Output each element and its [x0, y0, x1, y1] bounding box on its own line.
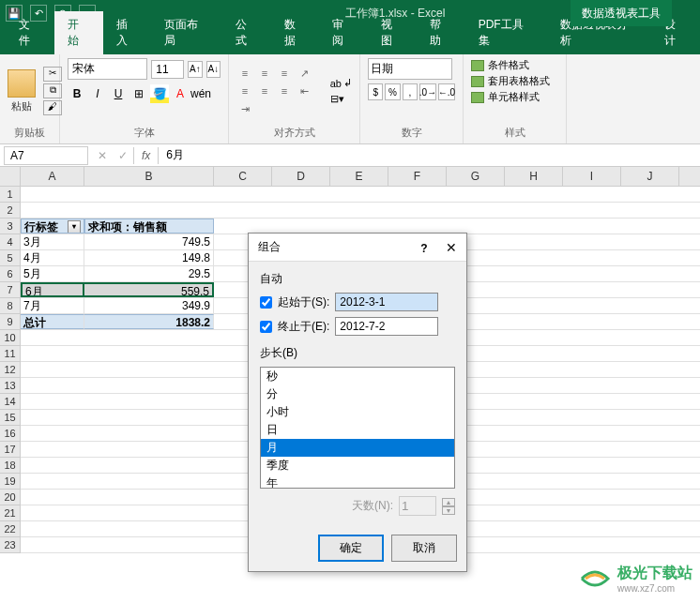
row-header[interactable]: 9	[0, 314, 21, 330]
end-checkbox[interactable]	[260, 321, 272, 333]
col-header[interactable]: C	[214, 167, 272, 186]
tab-review[interactable]: 审阅	[319, 11, 368, 54]
pivot-total-label[interactable]: 总计	[21, 314, 84, 329]
align-center-icon[interactable]: ≡	[256, 83, 273, 98]
comma-format-icon[interactable]: ,	[403, 83, 418, 100]
pivot-total-value[interactable]: 1838.2	[84, 314, 214, 329]
align-middle-icon[interactable]: ≡	[256, 66, 273, 81]
step-listbox[interactable]: 秒 分 小时 日 月 季度 年	[260, 367, 455, 489]
underline-button[interactable]: U	[109, 84, 128, 103]
tab-page-layout[interactable]: 页面布局	[151, 11, 222, 54]
list-item[interactable]: 季度	[261, 457, 454, 475]
name-box[interactable]: A7	[4, 146, 88, 165]
row-header[interactable]: 20	[0, 490, 21, 505]
percent-format-icon[interactable]: %	[385, 83, 400, 100]
decrease-font-icon[interactable]: A↓	[206, 61, 221, 78]
row-header[interactable]: 21	[0, 505, 21, 521]
list-item-selected[interactable]: 月	[261, 439, 454, 457]
row-header[interactable]: 11	[0, 346, 21, 362]
col-header[interactable]: G	[447, 167, 505, 186]
list-item[interactable]: 秒	[261, 368, 454, 385]
formula-input[interactable]: 6月	[159, 145, 700, 165]
list-item[interactable]: 日	[261, 421, 454, 439]
list-item[interactable]: 年	[261, 475, 454, 489]
col-header[interactable]: I	[563, 167, 621, 186]
col-header[interactable]: A	[21, 167, 84, 186]
row-header[interactable]: 8	[0, 298, 21, 314]
row-header[interactable]: 13	[0, 378, 21, 394]
pivot-value[interactable]: 149.8	[84, 250, 214, 265]
wrap-text-button[interactable]: ab↲	[330, 77, 352, 89]
close-icon[interactable]: ✕	[446, 240, 457, 255]
pivot-row-label[interactable]: 7月	[21, 298, 84, 313]
tab-data[interactable]: 数据	[271, 11, 320, 54]
cell-style-button[interactable]: 单元格样式	[471, 90, 558, 104]
row-header[interactable]: 1	[0, 187, 21, 203]
pivot-value-header[interactable]: 求和项：销售额	[84, 219, 214, 234]
active-cell[interactable]: 6月	[21, 282, 84, 297]
indent-increase-icon[interactable]: ⇥	[236, 101, 253, 116]
end-input[interactable]	[335, 317, 438, 336]
orientation-icon[interactable]: ↗	[296, 66, 312, 81]
fill-color-button[interactable]: 🪣	[150, 84, 169, 103]
row-header[interactable]: 22	[0, 521, 21, 537]
pivot-row-label[interactable]: 4月	[21, 250, 84, 265]
format-painter-icon[interactable]: 🖌	[43, 100, 62, 115]
number-format-select[interactable]: 日期	[368, 58, 452, 80]
row-header[interactable]: 10	[0, 330, 21, 346]
row-header[interactable]: 6	[0, 266, 21, 282]
accounting-format-icon[interactable]: $	[368, 83, 383, 100]
row-header[interactable]: 7	[0, 282, 21, 298]
table-format-button[interactable]: 套用表格格式	[471, 74, 558, 88]
font-name-select[interactable]: 宋体	[68, 58, 147, 80]
row-header[interactable]: 3	[0, 219, 21, 234]
row-header[interactable]: 17	[0, 442, 21, 458]
font-size-select[interactable]: 11	[151, 60, 184, 79]
col-header[interactable]: J	[621, 167, 679, 186]
help-icon[interactable]: ?	[420, 242, 427, 255]
copy-icon[interactable]: ⧉	[43, 83, 62, 98]
tab-view[interactable]: 视图	[368, 11, 417, 54]
pivot-row-label[interactable]: 3月	[21, 234, 84, 249]
bold-button[interactable]: B	[68, 84, 86, 103]
decrease-decimal-icon[interactable]: ←.0	[438, 83, 455, 100]
row-header[interactable]: 14	[0, 394, 21, 410]
start-input[interactable]	[335, 293, 438, 311]
row-header[interactable]: 15	[0, 410, 21, 426]
phonetic-button[interactable]: wén	[191, 84, 210, 103]
row-header[interactable]: 19	[0, 474, 21, 490]
border-button[interactable]: ⊞	[129, 84, 148, 103]
col-header[interactable]: F	[388, 167, 447, 186]
tab-file[interactable]: 文件	[6, 11, 54, 54]
row-header[interactable]: 23	[0, 537, 21, 553]
row-header[interactable]: 18	[0, 458, 21, 474]
row-header[interactable]: 12	[0, 362, 21, 378]
enter-formula-icon[interactable]: ✓	[113, 149, 133, 162]
increase-font-icon[interactable]: A↑	[188, 61, 202, 78]
align-bottom-icon[interactable]: ≡	[276, 66, 293, 81]
row-header[interactable]: 16	[0, 426, 21, 442]
col-header[interactable]: H	[505, 167, 563, 186]
col-header[interactable]: E	[330, 167, 388, 186]
paste-button[interactable]: 粘贴	[8, 69, 36, 113]
row-header[interactable]: 2	[0, 203, 21, 219]
tab-pdf[interactable]: PDF工具集	[465, 11, 547, 54]
pivot-value[interactable]: 749.5	[84, 234, 214, 249]
ok-button[interactable]: 确定	[318, 535, 384, 562]
cancel-formula-icon[interactable]: ✕	[92, 149, 113, 162]
select-all-corner[interactable]	[0, 167, 21, 186]
tab-formulas[interactable]: 公式	[222, 11, 271, 54]
list-item[interactable]: 小时	[261, 403, 454, 421]
cut-icon[interactable]: ✂	[43, 67, 62, 82]
list-item[interactable]: 分	[261, 385, 454, 403]
italic-button[interactable]: I	[88, 84, 107, 103]
tab-home[interactable]: 开始	[54, 11, 103, 54]
indent-decrease-icon[interactable]: ⇤	[296, 83, 312, 98]
filter-dropdown-icon[interactable]: ▾	[68, 220, 81, 234]
fx-button[interactable]: fx	[134, 149, 158, 162]
pivot-value[interactable]: 349.9	[84, 298, 214, 313]
align-top-icon[interactable]: ≡	[236, 66, 253, 81]
pivot-row-label[interactable]: 5月	[21, 266, 84, 281]
col-header[interactable]: D	[272, 167, 330, 186]
font-color-button[interactable]: A	[171, 84, 190, 103]
